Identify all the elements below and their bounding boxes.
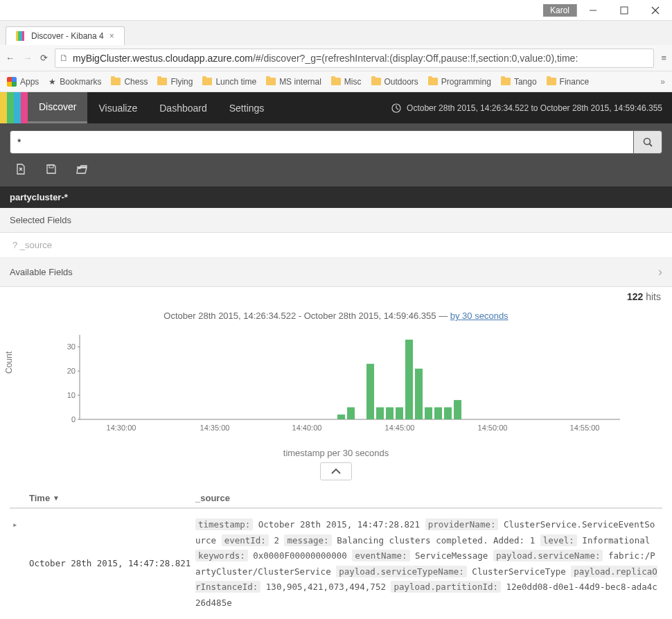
- folder-icon: [202, 78, 212, 85]
- bookmark-folder-finance[interactable]: Finance: [547, 77, 590, 87]
- column-source[interactable]: _source: [195, 493, 660, 503]
- field-key: payload.serviceTypeName:: [336, 566, 467, 577]
- histogram-bar[interactable]: [434, 408, 442, 419]
- svg-text:14:45:00: 14:45:00: [385, 424, 415, 432]
- folder-icon: [501, 78, 511, 85]
- folder-icon: [331, 78, 341, 85]
- hits-label: hits: [646, 291, 661, 302]
- column-time[interactable]: Time ▼: [29, 493, 195, 503]
- svg-line-8: [649, 143, 652, 146]
- bookmark-folder-chess[interactable]: Chess: [111, 77, 148, 87]
- histogram-bar[interactable]: [396, 408, 403, 419]
- forward-button[interactable]: →: [23, 53, 32, 63]
- histogram-bar[interactable]: [347, 408, 355, 419]
- apps-shortcut[interactable]: Apps: [7, 77, 39, 87]
- page-icon: 🗋: [60, 53, 69, 63]
- time-picker[interactable]: October 28th 2015, 14:26:34.522 to Octob…: [382, 92, 672, 123]
- histogram-area: Count 010203014:30:0014:35:0014:40:0014:…: [0, 325, 672, 448]
- chevron-up-icon: [331, 468, 341, 475]
- x-axis-label: timestamp per 30 seconds: [0, 448, 672, 458]
- close-tab-icon[interactable]: ×: [109, 31, 114, 41]
- bookmark-folder-programming[interactable]: Programming: [428, 77, 491, 87]
- back-button[interactable]: ←: [6, 53, 15, 63]
- results-header: Time ▼ _source: [10, 489, 662, 509]
- histogram-bar[interactable]: [405, 340, 413, 419]
- open-search-button[interactable]: [76, 164, 87, 177]
- browser-tab-strip: Discover - Kibana 4 ×: [0, 21, 672, 45]
- search-button[interactable]: [633, 130, 662, 154]
- histogram-bar[interactable]: [366, 364, 374, 419]
- nav-dashboard[interactable]: Dashboard: [148, 92, 218, 123]
- kibana-favicon: [16, 31, 26, 41]
- browser-tab[interactable]: Discover - Kibana 4 ×: [6, 26, 125, 45]
- field-key: keywords:: [195, 550, 248, 561]
- maximize-button[interactable]: [608, 1, 639, 20]
- tab-title: Discover - Kibana 4: [31, 31, 104, 41]
- bookmark-folder-tango[interactable]: Tango: [501, 77, 537, 87]
- bookmark-folder-flying[interactable]: Flying: [157, 77, 193, 87]
- histogram-bar[interactable]: [454, 400, 461, 419]
- field-value: 0x0000F00000000000: [248, 550, 353, 561]
- field-key: eventId:: [222, 534, 269, 546]
- svg-text:14:55:00: 14:55:00: [570, 424, 600, 432]
- row-source: timestamp: October 28th 2015, 14:47:28.8…: [195, 517, 660, 611]
- collapse-chart-button[interactable]: [320, 462, 352, 480]
- field-value: 2: [269, 535, 285, 546]
- nav-settings[interactable]: Settings: [218, 92, 276, 123]
- field-key: message:: [284, 534, 331, 546]
- histogram-chart[interactable]: 010203014:30:0014:35:0014:40:0014:45:001…: [35, 329, 651, 440]
- svg-text:14:40:00: 14:40:00: [292, 424, 322, 432]
- nav-discover[interactable]: Discover: [28, 92, 87, 123]
- bookmark-folder-lunch[interactable]: Lunch time: [202, 77, 256, 87]
- bookmark-bookmarks[interactable]: ★Bookmarks: [48, 77, 101, 87]
- available-fields-panel[interactable]: Available Fields ›: [0, 258, 672, 287]
- svg-text:30: 30: [67, 342, 76, 351]
- svg-text:0: 0: [71, 415, 76, 424]
- chevron-right-icon: ›: [658, 265, 662, 279]
- svg-text:14:30:00: 14:30:00: [107, 424, 136, 432]
- kibana-nav: Discover Visualize Dashboard Settings: [28, 92, 275, 123]
- new-search-button[interactable]: [15, 164, 26, 177]
- histogram-bar[interactable]: [415, 369, 423, 419]
- index-pattern[interactable]: partycluster-*: [0, 186, 672, 208]
- nav-visualize[interactable]: Visualize: [87, 92, 148, 123]
- sort-desc-icon: ▼: [53, 494, 60, 502]
- search-input[interactable]: [10, 130, 633, 154]
- field-value: October 28th 2015, 14:47:28.821: [253, 519, 425, 530]
- clock-icon: [391, 103, 401, 113]
- source-field-item[interactable]: ? _source: [0, 233, 672, 258]
- address-bar[interactable]: 🗋 myBigCluster.westus.cloudapp.azure.com…: [55, 49, 654, 68]
- folder-icon: [266, 78, 276, 85]
- window-titlebar: Karol: [0, 0, 672, 21]
- expand-row-button[interactable]: ▸: [12, 517, 29, 611]
- folder-icon: [428, 78, 438, 85]
- histogram-bar[interactable]: [376, 408, 384, 419]
- histogram-bar[interactable]: [425, 408, 432, 419]
- field-value: ClusterServiceType: [467, 566, 572, 577]
- bookmark-folder-ms[interactable]: MS internal: [266, 77, 321, 87]
- histogram-bar[interactable]: [444, 408, 452, 419]
- field-key: eventName:: [352, 550, 409, 561]
- histogram-bar[interactable]: [386, 408, 394, 419]
- search-area: [0, 123, 672, 186]
- svg-point-7: [644, 138, 650, 144]
- bookmark-folder-misc[interactable]: Misc: [331, 77, 362, 87]
- bookmarks-bar: Apps ★Bookmarks Chess Flying Lunch time …: [0, 71, 672, 92]
- histogram-bar[interactable]: [337, 415, 345, 419]
- browser-toolbar: ← → ⟳ 🗋 myBigCluster.westus.cloudapp.azu…: [0, 45, 672, 71]
- interval-link[interactable]: by 30 seconds: [450, 311, 509, 321]
- bookmarks-overflow[interactable]: »: [660, 77, 665, 87]
- search-icon: [643, 137, 653, 148]
- svg-line-6: [396, 108, 398, 110]
- hits-bar: 122 hits: [0, 287, 672, 306]
- close-button[interactable]: [639, 1, 671, 20]
- field-key: providerName:: [425, 518, 499, 530]
- chrome-menu-button[interactable]: ≡: [661, 53, 666, 63]
- minimize-button[interactable]: [577, 1, 608, 20]
- selected-fields-label: Selected Fields: [10, 215, 71, 225]
- bookmark-folder-outdoors[interactable]: Outdoors: [371, 77, 418, 87]
- kibana-logo[interactable]: [0, 92, 28, 123]
- save-search-button[interactable]: [46, 164, 57, 177]
- profile-badge[interactable]: Karol: [543, 4, 577, 17]
- reload-button[interactable]: ⟳: [40, 53, 48, 63]
